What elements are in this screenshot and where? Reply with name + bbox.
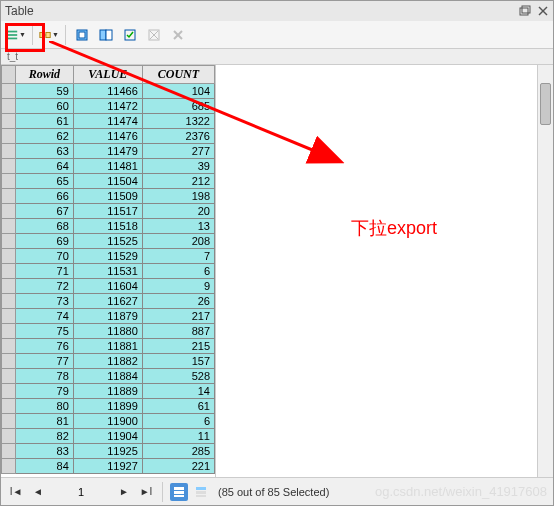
cell-rowid[interactable]: 84 bbox=[16, 459, 74, 474]
cell-count[interactable]: 1322 bbox=[142, 114, 214, 129]
cell-count[interactable]: 6 bbox=[142, 414, 214, 429]
cell-rowid[interactable]: 80 bbox=[16, 399, 74, 414]
table-options-button[interactable]: ▼ bbox=[5, 24, 27, 46]
cell-value[interactable]: 11472 bbox=[73, 99, 142, 114]
table-row[interactable]: 7511880887 bbox=[2, 324, 215, 339]
cell-count[interactable]: 528 bbox=[142, 369, 214, 384]
cell-value[interactable]: 11504 bbox=[73, 174, 142, 189]
cell-value[interactable]: 11927 bbox=[73, 459, 142, 474]
cell-count[interactable]: 208 bbox=[142, 234, 214, 249]
table-row[interactable]: 7811884528 bbox=[2, 369, 215, 384]
cell-value[interactable]: 11479 bbox=[73, 144, 142, 159]
row-selector[interactable] bbox=[2, 219, 16, 234]
cell-count[interactable]: 685 bbox=[142, 99, 214, 114]
table-row[interactable]: 821190411 bbox=[2, 429, 215, 444]
cell-value[interactable]: 11627 bbox=[73, 294, 142, 309]
row-selector[interactable] bbox=[2, 294, 16, 309]
cell-value[interactable]: 11476 bbox=[73, 129, 142, 144]
row-selector[interactable] bbox=[2, 234, 16, 249]
cell-value[interactable]: 11881 bbox=[73, 339, 142, 354]
cell-count[interactable]: 61 bbox=[142, 399, 214, 414]
row-selector-header[interactable] bbox=[2, 66, 16, 84]
row-selector[interactable] bbox=[2, 114, 16, 129]
cell-count[interactable]: 13 bbox=[142, 219, 214, 234]
row-selector[interactable] bbox=[2, 339, 16, 354]
col-rowid[interactable]: Rowid bbox=[16, 66, 74, 84]
table-row[interactable]: 8411927221 bbox=[2, 459, 215, 474]
cell-value[interactable]: 11474 bbox=[73, 114, 142, 129]
cell-count[interactable]: 9 bbox=[142, 279, 214, 294]
cell-value[interactable]: 11466 bbox=[73, 84, 142, 99]
first-record-button[interactable]: I◄ bbox=[7, 483, 25, 501]
table-row[interactable]: 6011472685 bbox=[2, 99, 215, 114]
table-row[interactable]: 8311925285 bbox=[2, 444, 215, 459]
cell-rowid[interactable]: 77 bbox=[16, 354, 74, 369]
cell-value[interactable]: 11509 bbox=[73, 189, 142, 204]
show-selected-icon[interactable] bbox=[192, 483, 210, 501]
cell-value[interactable]: 11899 bbox=[73, 399, 142, 414]
row-selector[interactable] bbox=[2, 174, 16, 189]
cell-count[interactable]: 198 bbox=[142, 189, 214, 204]
cell-rowid[interactable]: 70 bbox=[16, 249, 74, 264]
cell-count[interactable]: 7 bbox=[142, 249, 214, 264]
cell-rowid[interactable]: 81 bbox=[16, 414, 74, 429]
col-count[interactable]: COUNT bbox=[142, 66, 214, 84]
cell-rowid[interactable]: 82 bbox=[16, 429, 74, 444]
row-selector[interactable] bbox=[2, 384, 16, 399]
clear-selection-button[interactable] bbox=[143, 24, 165, 46]
table-row[interactable]: 81119006 bbox=[2, 414, 215, 429]
cell-count[interactable]: 887 bbox=[142, 324, 214, 339]
table-row[interactable]: 6311479277 bbox=[2, 144, 215, 159]
cell-rowid[interactable]: 64 bbox=[16, 159, 74, 174]
row-selector[interactable] bbox=[2, 159, 16, 174]
cell-count[interactable]: 215 bbox=[142, 339, 214, 354]
cell-value[interactable]: 11879 bbox=[73, 309, 142, 324]
row-selector[interactable] bbox=[2, 129, 16, 144]
row-selector[interactable] bbox=[2, 444, 16, 459]
row-selector[interactable] bbox=[2, 369, 16, 384]
cell-count[interactable]: 39 bbox=[142, 159, 214, 174]
cell-value[interactable]: 11531 bbox=[73, 264, 142, 279]
cell-rowid[interactable]: 59 bbox=[16, 84, 74, 99]
record-input[interactable] bbox=[51, 485, 111, 499]
cell-rowid[interactable]: 65 bbox=[16, 174, 74, 189]
cell-rowid[interactable]: 78 bbox=[16, 369, 74, 384]
table-row[interactable]: 7711882157 bbox=[2, 354, 215, 369]
cell-value[interactable]: 11517 bbox=[73, 204, 142, 219]
select-all-button[interactable] bbox=[119, 24, 141, 46]
last-record-button[interactable]: ►I bbox=[137, 483, 155, 501]
table-row[interactable]: 5911466104 bbox=[2, 84, 215, 99]
cell-rowid[interactable]: 66 bbox=[16, 189, 74, 204]
table-row[interactable]: 641148139 bbox=[2, 159, 215, 174]
table-row[interactable]: 62114762376 bbox=[2, 129, 215, 144]
row-selector[interactable] bbox=[2, 264, 16, 279]
cell-count[interactable]: 104 bbox=[142, 84, 214, 99]
close-icon[interactable] bbox=[537, 5, 549, 17]
select-by-attributes-button[interactable] bbox=[71, 24, 93, 46]
cell-count[interactable]: 20 bbox=[142, 204, 214, 219]
row-selector[interactable] bbox=[2, 354, 16, 369]
table-row[interactable]: 791188914 bbox=[2, 384, 215, 399]
cell-rowid[interactable]: 63 bbox=[16, 144, 74, 159]
cell-value[interactable]: 11604 bbox=[73, 279, 142, 294]
table-row[interactable]: 671151720 bbox=[2, 204, 215, 219]
cell-rowid[interactable]: 83 bbox=[16, 444, 74, 459]
cell-count[interactable]: 14 bbox=[142, 384, 214, 399]
row-selector[interactable] bbox=[2, 324, 16, 339]
cell-rowid[interactable]: 69 bbox=[16, 234, 74, 249]
col-value[interactable]: VALUE bbox=[73, 66, 142, 84]
show-all-icon[interactable] bbox=[170, 483, 188, 501]
row-selector[interactable] bbox=[2, 249, 16, 264]
restore-icon[interactable] bbox=[519, 5, 531, 17]
next-record-button[interactable]: ► bbox=[115, 483, 133, 501]
cell-count[interactable]: 217 bbox=[142, 309, 214, 324]
table-row[interactable]: 61114741322 bbox=[2, 114, 215, 129]
cell-rowid[interactable]: 75 bbox=[16, 324, 74, 339]
table-row[interactable]: 801189961 bbox=[2, 399, 215, 414]
cell-value[interactable]: 11884 bbox=[73, 369, 142, 384]
related-tables-button[interactable]: ▼ bbox=[38, 24, 60, 46]
row-selector[interactable] bbox=[2, 84, 16, 99]
cell-rowid[interactable]: 61 bbox=[16, 114, 74, 129]
table-row[interactable]: 71115316 bbox=[2, 264, 215, 279]
cell-rowid[interactable]: 79 bbox=[16, 384, 74, 399]
